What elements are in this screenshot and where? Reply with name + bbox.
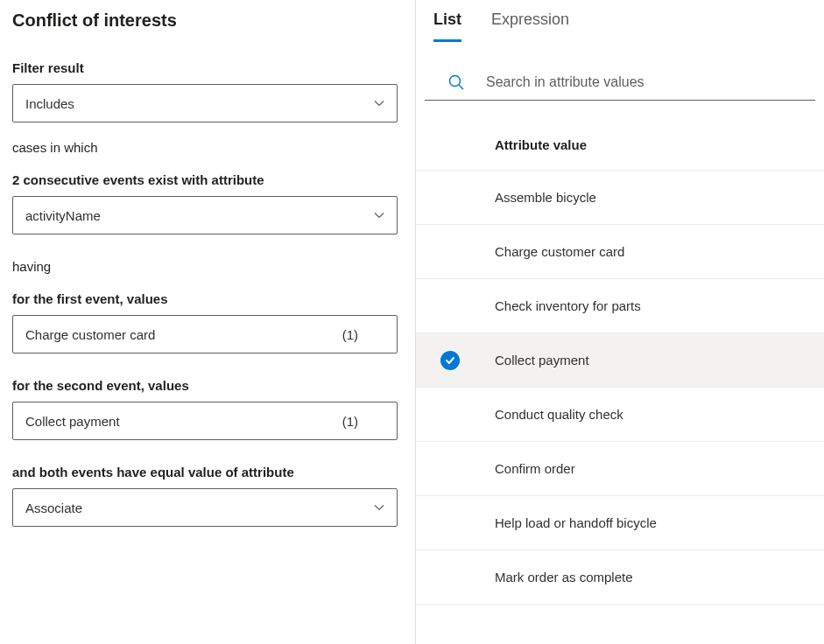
tab-expression[interactable]: Expression [491, 10, 569, 42]
svg-point-0 [450, 76, 461, 87]
list-item-label: Collect payment [495, 353, 589, 368]
svg-line-1 [459, 85, 463, 89]
list-item[interactable]: Charge customer card [416, 225, 824, 279]
first-event-count: (1) [342, 327, 358, 342]
list-item[interactable]: Conduct quality check [416, 388, 824, 442]
second-event-label: for the second event, values [12, 378, 398, 393]
list-item[interactable]: Assemble bicycle [416, 171, 824, 225]
chevron-down-icon [374, 210, 384, 220]
cases-text: cases in which [12, 140, 398, 155]
equal-attr-label: and both events have equal value of attr… [12, 465, 398, 480]
list-item-label: Mark order as complete [495, 570, 633, 584]
list-item-label: Help load or handoff bicycle [495, 515, 657, 530]
search-row [425, 74, 815, 101]
filter-result-dropdown[interactable]: Includes [12, 84, 398, 122]
list-item-label: Assemble bicycle [495, 190, 596, 205]
search-input[interactable] [486, 74, 798, 90]
chevron-down-icon [374, 98, 384, 108]
tab-list[interactable]: List [433, 10, 461, 42]
attribute-list: Assemble bicycleCharge customer cardChec… [416, 170, 824, 605]
list-item-label: Charge customer card [495, 244, 624, 259]
first-event-value: Charge customer card [25, 327, 342, 342]
list-item[interactable]: Collect payment [416, 333, 824, 388]
consecutive-attribute-dropdown[interactable]: activityName [12, 196, 398, 234]
left-panel: Conflict of interests Filter result Incl… [0, 0, 416, 644]
equal-attr-dropdown[interactable]: Associate [12, 488, 398, 527]
list-item-label: Confirm order [495, 461, 575, 476]
having-text: having [12, 259, 398, 274]
page-title: Conflict of interests [12, 10, 398, 31]
list-item-label: Conduct quality check [495, 407, 623, 422]
search-icon [447, 74, 465, 91]
list-item[interactable]: Check inventory for parts [416, 279, 824, 333]
checkmark-icon [440, 351, 460, 370]
filter-result-label: Filter result [12, 60, 398, 75]
first-event-label: for the first event, values [12, 291, 398, 306]
first-event-dropdown[interactable]: Charge customer card (1) [12, 315, 398, 354]
chevron-down-icon [374, 502, 384, 513]
consecutive-attribute-value: activityName [25, 208, 374, 223]
consecutive-label: 2 consecutive events exist with attribut… [12, 172, 398, 187]
second-event-dropdown[interactable]: Collect payment (1) [12, 402, 398, 440]
list-item[interactable]: Help load or handoff bicycle [416, 496, 824, 550]
second-event-count: (1) [342, 414, 358, 429]
tabs: List Expression [416, 10, 824, 42]
right-panel: List Expression Attribute value Assemble… [416, 0, 824, 644]
list-item[interactable]: Confirm order [416, 442, 824, 496]
equal-attr-value: Associate [25, 500, 374, 515]
list-item-label: Check inventory for parts [495, 298, 641, 313]
list-item[interactable]: Mark order as complete [416, 550, 824, 605]
second-event-value: Collect payment [25, 414, 342, 429]
filter-result-value: Includes [25, 96, 374, 111]
attribute-value-header: Attribute value [416, 137, 824, 170]
check-column [440, 351, 495, 370]
